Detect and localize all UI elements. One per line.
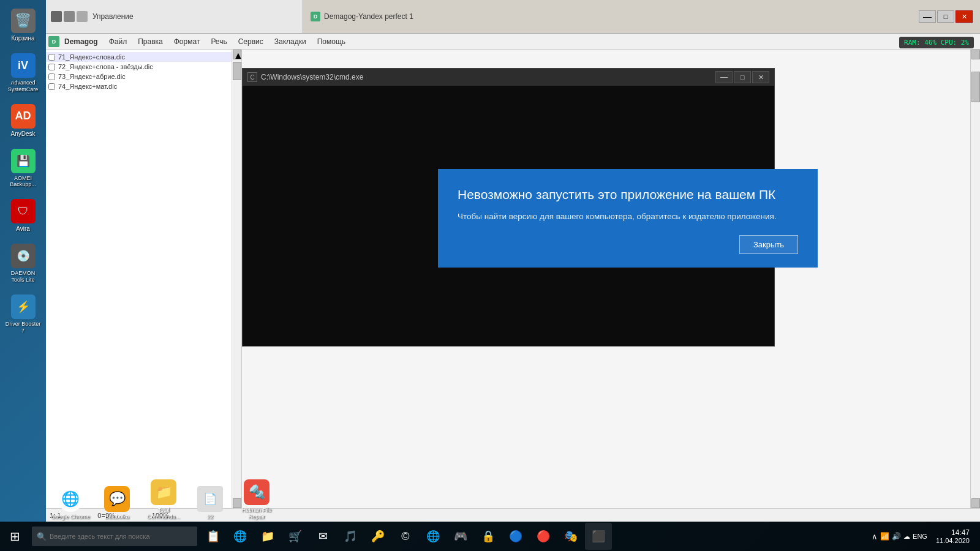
item-checkbox[interactable] bbox=[48, 73, 55, 80]
taskbar-app-lock[interactable]: 🔒 bbox=[475, 523, 502, 550]
toolbar-icon3[interactable] bbox=[77, 11, 88, 22]
tray-lang: ENG bbox=[913, 533, 927, 540]
bottom-icon-hetman[interactable]: 🔩 Hetman File Repair bbox=[235, 479, 278, 520]
taskbar-pinned-apps: 🌐 📁 🛒 ✉ 🎵 🔑 © 🌐 🎮 🔒 🔵 🔴 🎭 ⬛ bbox=[227, 523, 612, 550]
tray-chevron[interactable]: ∧ bbox=[872, 532, 878, 541]
cmd-minimize[interactable]: — bbox=[715, 71, 733, 83]
taskbar-app-red[interactable]: 🔴 bbox=[530, 523, 557, 550]
desktop-icon-driver-booster[interactable]: ⚡ Driver Booster 7 bbox=[2, 292, 45, 337]
menu-help[interactable]: Помощь bbox=[312, 36, 350, 47]
total-icon-img: 📁 bbox=[151, 479, 176, 505]
taskbar-app-key[interactable]: 🔑 bbox=[364, 523, 391, 550]
demagog-app-name: Demagog bbox=[64, 37, 98, 46]
toolbar-icon[interactable] bbox=[51, 11, 62, 22]
taskbar-app-store[interactable]: 🛒 bbox=[282, 523, 309, 550]
bottom-icon-total[interactable]: 📁 Total Commanda... bbox=[142, 479, 185, 520]
item-checkbox[interactable] bbox=[48, 64, 55, 70]
desktop-icon-avira[interactable]: 🛡 Avira bbox=[2, 197, 45, 235]
menu-service[interactable]: Сервис bbox=[233, 36, 268, 47]
right-titlebar: D Demagog-Yandex perfect 1 — □ ✕ bbox=[303, 0, 980, 33]
desktop: 🗑️ Корзина iV Advanced SystemCare AD Any… bbox=[0, 0, 980, 551]
hetman-icon-img: 🔩 bbox=[244, 479, 270, 505]
list-item[interactable]: 71_Яндекс+слова.dic bbox=[46, 52, 241, 62]
cmd-close[interactable]: ✕ bbox=[752, 71, 769, 83]
list-item[interactable]: 74_Яндекс+мат.dic bbox=[46, 81, 241, 91]
bottom-icon-balabolka[interactable]: 💬 Balabolka bbox=[96, 486, 138, 520]
menu-format[interactable]: Формат bbox=[169, 36, 205, 47]
taskbar-app-game[interactable]: 🎮 bbox=[447, 523, 474, 550]
show-desktop-btn[interactable] bbox=[974, 523, 978, 550]
taskbar-search-box[interactable]: 🔍 bbox=[32, 527, 197, 546]
cmd-icon: C bbox=[247, 72, 257, 82]
main-area: Управление D Demagog-Yandex perfect 1 — … bbox=[46, 0, 980, 522]
taskbar-app-mail[interactable]: ✉ bbox=[309, 523, 336, 550]
tray-network[interactable]: 📶 bbox=[880, 532, 889, 541]
taskbar-app-face[interactable]: 🎭 bbox=[557, 523, 584, 550]
bottom-icon-22[interactable]: 📄 22 bbox=[189, 486, 232, 520]
cmd-title-text: C:\Windows\system32\cmd.exe bbox=[261, 73, 715, 81]
list-item[interactable]: 73_Яндекс+абрие.dic bbox=[46, 72, 241, 81]
desktop-icons-left: 🗑️ Корзина iV Advanced SystemCare AD Any… bbox=[0, 0, 46, 342]
search-icon: 🔍 bbox=[37, 532, 47, 541]
toolbar-icon2[interactable] bbox=[64, 11, 75, 22]
system-tray: ∧ 📶 🔊 ☁ ENG 14:47 11.04.2020 bbox=[868, 523, 980, 550]
tray-clock[interactable]: 14:47 11.04.2020 bbox=[931, 528, 974, 544]
cmd-maximize[interactable]: □ bbox=[734, 71, 751, 83]
taskbar-app-cmd[interactable]: ⬛ bbox=[585, 523, 612, 550]
error-close-button[interactable]: Закрыть bbox=[739, 235, 798, 254]
desktop-icon-daemon[interactable]: 💿 DAEMON Tools Lite bbox=[2, 241, 45, 286]
rscroll-thumb[interactable] bbox=[971, 72, 980, 102]
tray-time: 14:47 bbox=[951, 528, 970, 537]
bottom-desktop-icons: 🌐 Google Chrome 💬 Balabolka 📁 Total Comm… bbox=[46, 479, 281, 520]
desktop-icon-korzina[interactable]: 🗑️ Корзина bbox=[2, 6, 45, 45]
minimize-btn[interactable]: — bbox=[919, 10, 936, 23]
balabolka-icon-img: 💬 bbox=[104, 486, 130, 512]
upravlenie-label: Управление bbox=[92, 12, 298, 21]
tray-volume[interactable]: 🔊 bbox=[892, 532, 901, 541]
window-controls-right: — □ ✕ bbox=[919, 10, 973, 23]
rscroll-down[interactable] bbox=[971, 498, 980, 508]
taskbar-app-ie[interactable]: 🌐 bbox=[420, 523, 447, 550]
sidebar-scrollbar[interactable]: ▲ bbox=[232, 50, 241, 508]
desktop-icon-anydesk[interactable]: AD AnyDesk bbox=[2, 102, 45, 140]
icon-22-img: 📄 bbox=[197, 486, 223, 512]
system-stats: RAM: 46% CPU: 2% bbox=[899, 37, 974, 48]
error-title: Невозможно запустить это приложение на в… bbox=[458, 186, 798, 203]
taskbar-app-explorer[interactable]: 📁 bbox=[254, 523, 281, 550]
menu-file[interactable]: Файл bbox=[104, 36, 132, 47]
tray-cloud[interactable]: ☁ bbox=[903, 533, 910, 541]
right-scrollbar[interactable] bbox=[970, 50, 980, 508]
rscroll-up[interactable] bbox=[971, 50, 980, 59]
scroll-thumb[interactable] bbox=[233, 62, 241, 80]
maximize-btn[interactable]: □ bbox=[937, 10, 954, 23]
item-checkbox[interactable] bbox=[48, 54, 55, 61]
taskbar-app-music[interactable]: 🎵 bbox=[337, 523, 364, 550]
desktop-icon-advanced[interactable]: iV Advanced SystemCare bbox=[2, 51, 45, 96]
sidebar: 71_Яндекс+слова.dic 72_Яндекс+слова - зв… bbox=[46, 50, 242, 508]
desktop-icon-aomei[interactable]: 💾 AOMEI Backupp... bbox=[2, 146, 45, 191]
tray-date: 11.04.2020 bbox=[936, 537, 970, 544]
tray-icons-group: ∧ 📶 🔊 ☁ ENG bbox=[868, 532, 931, 541]
menu-speech[interactable]: Речь bbox=[206, 36, 232, 47]
demagog-icon: D bbox=[311, 12, 320, 21]
menu-bookmarks[interactable]: Закладки bbox=[270, 36, 311, 47]
taskbar-app-c[interactable]: © bbox=[392, 523, 419, 550]
ram-cpu-text: RAM: 46% CPU: 2% bbox=[904, 39, 969, 47]
scroll-up[interactable]: ▲ bbox=[233, 50, 241, 59]
bottom-icon-chrome[interactable]: 🌐 Google Chrome bbox=[49, 486, 92, 520]
list-item[interactable]: 72_Яндекс+слова - звёзды.dic bbox=[46, 62, 241, 72]
error-message: Чтобы найти версию для вашего компьютера… bbox=[458, 211, 798, 223]
start-button[interactable]: ⊞ bbox=[0, 522, 29, 551]
task-view-button[interactable]: 📋 bbox=[200, 523, 227, 550]
close-btn[interactable]: ✕ bbox=[956, 10, 973, 23]
item-label: 73_Яндекс+абрие.dic bbox=[58, 73, 126, 80]
taskbar-search-input[interactable] bbox=[50, 533, 192, 540]
error-footer: Закрыть bbox=[458, 235, 798, 254]
taskbar-app-blue[interactable]: 🔵 bbox=[502, 523, 529, 550]
item-label: 74_Яндекс+мат.dic bbox=[58, 83, 117, 90]
demagog-window-title: Demagog-Yandex perfect 1 bbox=[324, 12, 413, 21]
menu-edit[interactable]: Правка bbox=[133, 36, 168, 47]
taskbar-app-edge[interactable]: 🌐 bbox=[227, 523, 254, 550]
demagog-menu-icon: D bbox=[48, 36, 59, 47]
item-checkbox[interactable] bbox=[48, 83, 55, 90]
